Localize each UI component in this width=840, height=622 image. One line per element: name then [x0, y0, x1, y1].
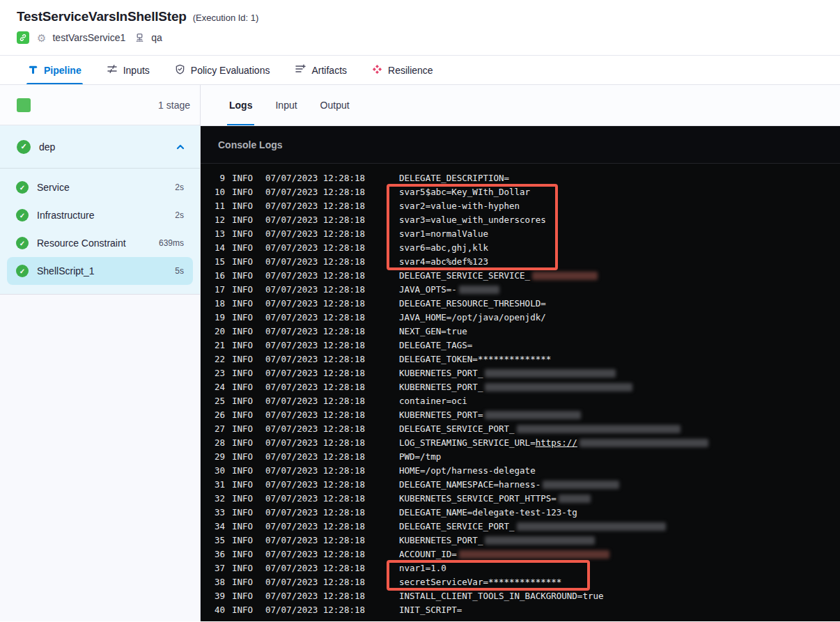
log-line-number: 15: [208, 256, 225, 267]
log-message: DELEGATE_SERVICE_SERVICE_: [399, 270, 600, 281]
execution-header: TestServiceVarsInShellStep (Execution Id…: [0, 0, 840, 56]
log-line-number: 21: [208, 340, 225, 350]
log-line-number: 20: [208, 326, 225, 336]
stage-status-square-icon: [17, 98, 31, 112]
log-line-9: 9INFO07/07/2023 12:28:18DELEGATE_DESCRIP…: [201, 171, 840, 185]
log-text: svar5$abc=Key_WIth_Dollar: [399, 187, 530, 197]
log-level: INFO: [232, 382, 257, 392]
log-text: NEXT_GEN=true: [399, 326, 467, 336]
console-title: Console Logs: [218, 139, 283, 150]
step-row-infrastructure[interactable]: ✓Infrastructure2s: [7, 201, 193, 229]
log-tab-logs[interactable]: Logs: [229, 85, 252, 125]
step-label: ShellScript_1: [37, 265, 175, 277]
log-timestamp: 07/07/2023 12:28:18: [265, 423, 371, 434]
console-header: Console Logs: [201, 126, 840, 164]
log-level: INFO: [232, 423, 257, 434]
log-tab-input[interactable]: Input: [275, 85, 297, 125]
log-message: DELEGATE_DESCRIPTION=: [399, 173, 509, 183]
step-list: ✓Service2s✓Infrastructure2s✓Resource Con…: [0, 169, 200, 294]
step-row-service[interactable]: ✓Service2s: [7, 173, 193, 201]
log-line-number: 13: [208, 228, 225, 239]
log-level: INFO: [232, 340, 257, 350]
tab-resilience[interactable]: Resilience: [372, 56, 433, 84]
log-line-number: 17: [208, 284, 225, 295]
log-line-15: 15INFO07/07/2023 12:28:18svar4=abc%def%1…: [201, 254, 840, 268]
log-line-number: 25: [208, 396, 225, 406]
step-label: Infrastructure: [37, 210, 175, 221]
stage-summary-row[interactable]: 1 stage: [0, 85, 200, 125]
log-message: svar4=abc%def%123: [399, 256, 488, 267]
log-line-number: 29: [208, 451, 225, 462]
log-line-number: 12: [208, 215, 225, 225]
log-line-number: 34: [208, 521, 225, 531]
log-text: DELEGATE_TAGS=: [399, 340, 472, 350]
execution-meta: ⚙ testVarsService1 qa: [17, 31, 823, 44]
log-timestamp: 07/07/2023 12:28:18: [265, 298, 371, 309]
log-timestamp: 07/07/2023 12:28:18: [265, 493, 371, 504]
chevron-up-icon[interactable]: [175, 141, 186, 153]
log-line-number: 38: [208, 577, 225, 587]
log-level: INFO: [232, 410, 257, 420]
log-text: KUBERNETES_PORT_: [399, 368, 483, 378]
log-line-21: 21INFO07/07/2023 12:28:18DELEGATE_TAGS=: [201, 338, 840, 352]
log-text: DELEGATE_SERVICE_PORT_: [399, 521, 515, 531]
log-level: INFO: [232, 521, 257, 531]
log-text: svar3=value_with_underscores: [399, 215, 546, 225]
log-message: LOG_STREAMING_SERVICE_URL=https://: [399, 437, 710, 448]
log-line-number: 11: [208, 201, 225, 211]
log-level: INFO: [232, 326, 257, 336]
log-line-29: 29INFO07/07/2023 12:28:18PWD=/tmp: [201, 449, 840, 463]
log-tab-output[interactable]: Output: [320, 85, 350, 125]
page-title: TestServiceVarsInShellStep: [17, 9, 187, 24]
log-level: INFO: [232, 465, 257, 476]
redacted-value: [580, 439, 708, 447]
log-line-number: 39: [208, 591, 225, 601]
log-level: INFO: [232, 451, 257, 462]
log-message: ACCOUNT_ID=: [399, 549, 612, 559]
console-log-area[interactable]: 9INFO07/07/2023 12:28:18DELEGATE_DESCRIP…: [201, 164, 840, 621]
execution-id-label: (Execution Id: 1): [193, 13, 259, 23]
log-line-24: 24INFO07/07/2023 12:28:18KUBERNETES_PORT…: [201, 380, 840, 394]
log-level: INFO: [232, 228, 257, 239]
log-message: svar5$abc=Key_WIth_Dollar: [399, 187, 530, 197]
log-message: svar2=value-with-hyphen: [399, 201, 520, 211]
log-text: secretServiceVar=**************: [399, 577, 561, 587]
log-level: INFO: [232, 577, 257, 587]
step-duration: 2s: [175, 182, 184, 192]
log-line-10: 10INFO07/07/2023 12:28:18svar5$abc=Key_W…: [201, 185, 840, 199]
log-line-27: 27INFO07/07/2023 12:28:18DELEGATE_SERVIC…: [201, 421, 840, 435]
log-line-38: 38INFO07/07/2023 12:28:18secretServiceVa…: [201, 575, 840, 589]
tab-artifacts[interactable]: Artifacts: [295, 56, 347, 84]
tab-policy-evaluations[interactable]: Policy Evaluations: [175, 56, 270, 84]
log-message: JAVA_HOME=/opt/java/openjdk/: [399, 312, 546, 322]
log-line-number: 10: [208, 187, 225, 197]
log-text: DELEGATE_NAME=delegate-test-123-tg: [399, 507, 577, 518]
success-check-icon: ✓: [16, 265, 29, 277]
log-line-number: 36: [208, 549, 225, 559]
log-line-number: 26: [208, 410, 225, 420]
main-layout: 1 stage ✓ dep ✓Service2s✓Infrastructure2…: [0, 85, 840, 621]
stage-group-header[interactable]: ✓ dep: [0, 125, 200, 169]
step-row-resource-constraint[interactable]: ✓Resource Constraint639ms: [7, 229, 193, 257]
stage-group-dep: ✓ dep ✓Service2s✓Infrastructure2s✓Resour…: [0, 125, 200, 294]
log-timestamp: 07/07/2023 12:28:18: [265, 215, 371, 225]
log-message: DELEGATE_NAME=delegate-test-123-tg: [399, 507, 577, 518]
log-text: INSTALL_CLIENT_TOOLS_IN_BACKGROUND=true: [399, 591, 604, 601]
log-line-number: 16: [208, 270, 225, 281]
tab-inputs[interactable]: Inputs: [107, 56, 150, 84]
environment-name[interactable]: qa: [151, 32, 162, 43]
log-text: svar1=normalValue: [399, 228, 488, 239]
log-line-number: 40: [208, 605, 225, 615]
log-level: INFO: [232, 201, 257, 211]
step-row-shellscript-1[interactable]: ✓ShellScript_15s: [7, 257, 193, 285]
log-message: svar3=value_with_underscores: [399, 215, 546, 225]
log-text: KUBERNETES_PORT_: [399, 382, 483, 392]
log-timestamp: 07/07/2023 12:28:18: [265, 535, 371, 545]
log-level: INFO: [232, 437, 257, 448]
log-level: INFO: [232, 270, 257, 281]
log-level: INFO: [232, 312, 257, 322]
log-message: nvar1=1.0: [399, 563, 446, 573]
service-name[interactable]: testVarsService1: [52, 32, 125, 43]
log-url-link[interactable]: https://: [536, 437, 577, 448]
tab-pipeline[interactable]: Pipeline: [28, 56, 81, 84]
